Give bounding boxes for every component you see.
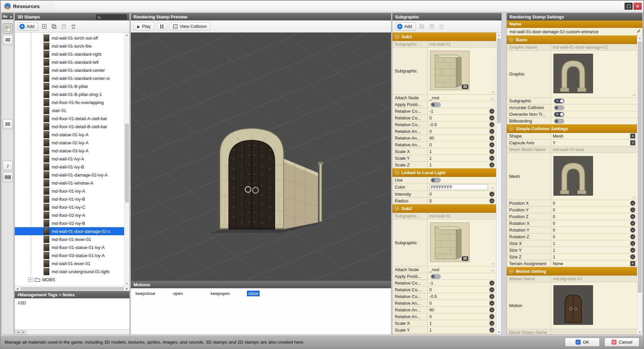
value-control[interactable] — [489, 149, 494, 154]
value-control[interactable] — [630, 134, 635, 139]
property-value[interactable]: None — [551, 260, 637, 267]
value-control[interactable] — [630, 248, 635, 253]
tree-item[interactable]: md-wall-01-torch-fire — [15, 42, 124, 50]
property-value[interactable] — [551, 153, 637, 200]
property-value[interactable]: 0 — [428, 142, 496, 148]
name-field[interactable]: md-wall-01-door-damage-02-custom-entranc… — [507, 28, 642, 36]
property-value[interactable]: 1 — [428, 155, 496, 161]
value-control[interactable] — [489, 198, 494, 203]
thumbnail-picker[interactable] — [430, 222, 470, 262]
property-value[interactable]: FFFFFFFF — [428, 184, 496, 191]
tree-item[interactable]: md-statue-02-ivy-A — [15, 139, 124, 147]
property-value[interactable]: 90 — [428, 307, 496, 313]
property-value[interactable]: 0 — [551, 213, 637, 220]
property-value[interactable]: 0 — [428, 128, 496, 135]
copy-button[interactable] — [418, 23, 426, 30]
duplicate-button[interactable] — [50, 23, 58, 30]
resource-canvas-icon[interactable] — [3, 23, 13, 34]
value-control[interactable] — [554, 105, 564, 110]
property-value[interactable]: -1 — [428, 108, 496, 114]
property-value[interactable]: 0 — [551, 227, 637, 233]
property-value[interactable]: 90 — [428, 135, 496, 141]
scroll-left-icon[interactable] — [15, 330, 20, 334]
value-control[interactable] — [630, 228, 635, 233]
collapse-chevron-icon[interactable] — [395, 170, 399, 175]
ok-button[interactable]: OK — [565, 338, 600, 347]
property-value[interactable] — [428, 101, 496, 108]
tree-scrollbar[interactable] — [124, 33, 129, 286]
3d-viewport[interactable] — [131, 33, 391, 281]
tree-item[interactable]: md-wall-01-standard-left — [15, 58, 124, 66]
value-control[interactable]: 1 — [554, 99, 564, 103]
tab-movies[interactable] — [3, 172, 13, 182]
scroll-down-icon[interactable] — [496, 330, 501, 335]
property-value[interactable] — [551, 329, 637, 335]
collapse-chevron-icon[interactable] — [509, 127, 514, 131]
scroll-thumb[interactable] — [125, 124, 129, 202]
scroll-thumb[interactable] — [20, 287, 124, 290]
value-control[interactable] — [489, 156, 494, 161]
property-value[interactable]: md-wall-01-door-damage-02 — [551, 44, 637, 50]
property-value[interactable]: Y — [551, 140, 637, 146]
value-control[interactable] — [630, 241, 635, 246]
property-value[interactable]: 1 — [551, 254, 637, 260]
property-value[interactable]: 0 — [551, 220, 637, 227]
value-control[interactable] — [630, 207, 635, 212]
window-menu-button[interactable] — [625, 3, 633, 10]
property-value[interactable]: md-wall-01-door — [551, 146, 637, 153]
property-value[interactable]: Mesh — [551, 133, 637, 139]
export-button[interactable] — [60, 23, 67, 30]
tree-item[interactable]: md-stair-underground-01-light — [15, 267, 124, 276]
tab-2d-stamps[interactable]: 2D — [3, 119, 13, 129]
value-control[interactable] — [630, 261, 635, 266]
value-control[interactable] — [630, 254, 635, 259]
value-control[interactable] — [630, 201, 635, 206]
property-value[interactable]: 0 — [551, 111, 637, 117]
motion-item[interactable]: keepopen — [209, 291, 247, 296]
collapse-chevron-icon[interactable] — [395, 206, 399, 211]
property-value[interactable] — [428, 219, 496, 266]
value-control[interactable]: 0 — [554, 112, 564, 117]
property-value[interactable]: _root — [428, 266, 496, 273]
tree-hscrollbar[interactable] — [15, 286, 129, 291]
value-control[interactable] — [489, 129, 494, 134]
property-value[interactable]: 1 — [428, 148, 496, 155]
tree-item[interactable]: md-statue-03-ivy-A — [15, 147, 124, 155]
tree-item[interactable]: md-floor-01-detail-A-stell-bar — [15, 114, 124, 122]
property-value[interactable]: 0 — [551, 207, 637, 213]
motion-item[interactable]: close — [247, 291, 284, 296]
tree-item[interactable]: md-floor-01-lever-01 — [15, 235, 124, 243]
tree-item[interactable]: md-wall-01-B-pillar — [15, 82, 124, 90]
tree-item[interactable]: md-wall-01-standard-center-sr — [15, 74, 124, 82]
thumbnail-picker[interactable] — [430, 51, 470, 90]
edit-pencil-icon[interactable] — [636, 29, 641, 35]
motion-item[interactable]: open — [172, 291, 209, 296]
value-control[interactable] — [630, 234, 635, 239]
property-value[interactable] — [551, 282, 637, 329]
collapse-chevron-icon[interactable] — [395, 35, 399, 39]
value-control[interactable] — [489, 162, 494, 167]
property-value[interactable]: 1 — [428, 162, 496, 168]
picker-arrow-icon[interactable] — [631, 92, 636, 97]
value-control[interactable] — [554, 119, 564, 123]
value-control[interactable] — [489, 267, 494, 272]
property-value[interactable]: md-wall-01 — [428, 41, 496, 47]
tree-item[interactable]: md-statue-01-ivy-A — [15, 131, 124, 139]
search-input[interactable] — [96, 14, 127, 19]
play-button[interactable]: Play — [133, 22, 154, 31]
thumbnail-picker[interactable] — [553, 54, 593, 93]
add-subgraphic-button[interactable]: + Add — [395, 22, 416, 31]
scroll-thumb[interactable] — [497, 39, 501, 123]
value-control[interactable] — [630, 140, 635, 145]
property-value[interactable]: 0 — [428, 300, 496, 306]
tree-item[interactable]: md-wall-01-standard-center — [15, 66, 124, 74]
scroll-down-icon[interactable] — [637, 330, 642, 335]
tree-item[interactable]: md-wall-01-torch-out-off — [15, 34, 124, 42]
property-value[interactable]: md-wall-01 — [428, 213, 496, 219]
value-control[interactable] — [489, 294, 494, 299]
cancel-button[interactable]: Cancel — [604, 338, 639, 347]
tree-item[interactable]: md-wall-01-door-damage-02-c — [15, 227, 124, 235]
value-control[interactable] — [489, 307, 494, 312]
value-control[interactable] — [489, 115, 494, 120]
notes-area[interactable]: #3D — [15, 298, 129, 329]
